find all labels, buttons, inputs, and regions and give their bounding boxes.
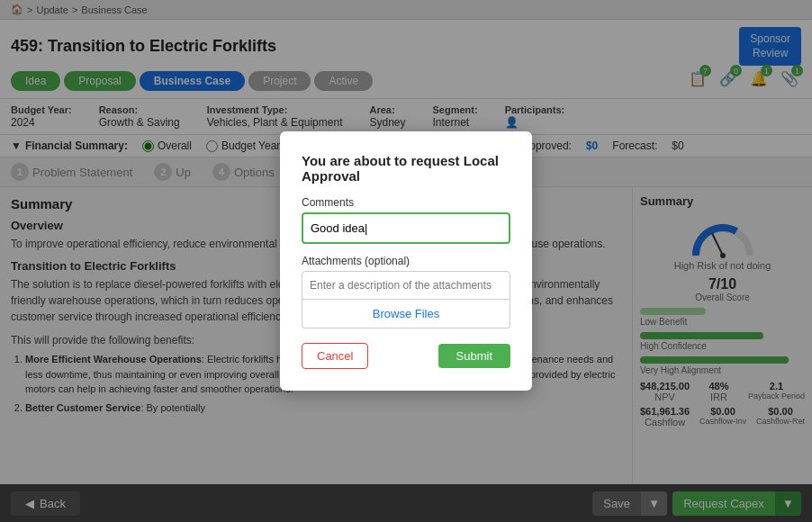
- modal-overlay: You are about to request Local Approval …: [0, 0, 812, 522]
- comments-label: Comments: [302, 196, 510, 209]
- attachments-input[interactable]: [302, 271, 510, 300]
- browse-files-button[interactable]: Browse Files: [302, 300, 510, 328]
- attachments-label: Attachments (optional): [302, 255, 510, 267]
- cancel-button[interactable]: Cancel: [302, 343, 368, 369]
- modal-actions: Cancel Submit: [302, 343, 510, 369]
- modal-title: You are about to request Local Approval: [302, 153, 510, 184]
- comments-input[interactable]: [302, 212, 510, 244]
- submit-button[interactable]: Submit: [438, 344, 510, 368]
- approval-modal: You are about to request Local Approval …: [280, 131, 532, 391]
